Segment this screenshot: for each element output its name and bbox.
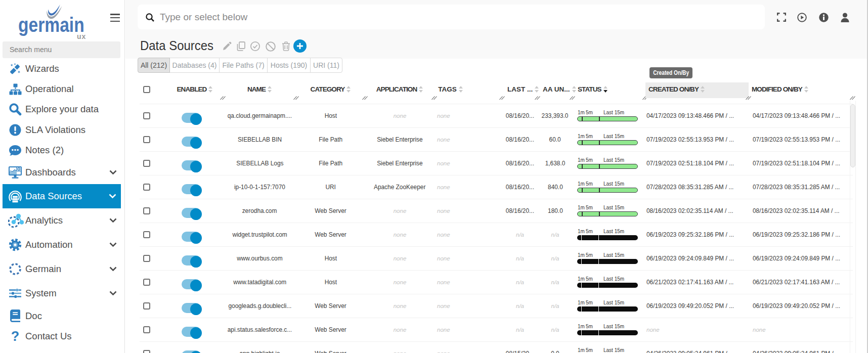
svg-text:?: ? [11, 330, 20, 343]
